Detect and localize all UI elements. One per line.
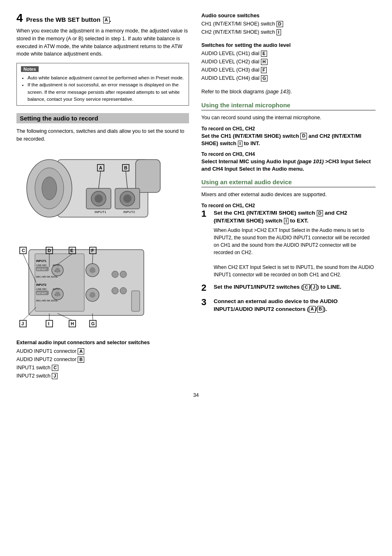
- page-number: 34: [16, 392, 376, 398]
- svg-text:J: J: [21, 321, 24, 326]
- bottom-diagram-svg: INPUT1 LINE MIC INT EXT CH1 AUTO MIC+48V…: [16, 241, 173, 332]
- left-column: 4 Press the WB SET button A. When you ex…: [16, 12, 189, 380]
- svg-point-41: [90, 267, 95, 273]
- audio-level-section: Switches for setting the audio level AUD…: [201, 42, 376, 82]
- step4-heading: 4 Press the WB SET button A.: [16, 12, 189, 24]
- audio-level-title: Switches for setting the audio level: [201, 42, 376, 48]
- svg-text:INPUT1: INPUT1: [95, 210, 106, 214]
- svg-text:C: C: [22, 248, 25, 253]
- svg-text:MIC+48V MI SHOE: MIC+48V MI SHOE: [36, 276, 58, 278]
- svg-text:A: A: [99, 165, 102, 170]
- caption-item: INPUT2 switch J: [16, 372, 189, 380]
- caption-item: AUDIO INPUT2 connector B: [16, 355, 189, 364]
- audio-source-body: CH1 (INT/EXT/MI SHOE) switch D CH2 (INT/…: [201, 20, 376, 36]
- svg-text:F: F: [91, 248, 94, 253]
- step-1-content: Set the CH1 (INT/EXT/MI SHOE) switch D a…: [214, 209, 376, 278]
- svg-text:I: I: [48, 321, 49, 326]
- note-item: Auto white balance adjustment cannot be …: [28, 74, 184, 81]
- svg-text:INPUT2: INPUT2: [123, 210, 135, 214]
- svg-rect-4: [136, 160, 160, 192]
- step-title: Press the WB SET button A.: [26, 16, 111, 23]
- svg-point-27: [55, 268, 60, 273]
- svg-text:G: G: [91, 321, 95, 326]
- svg-text:E: E: [70, 248, 73, 253]
- svg-point-47: [112, 287, 118, 294]
- top-diagram-svg: INPUT1 INPUT2 A B: [16, 147, 173, 234]
- notes-box: Notes Auto white balance adjustment cann…: [16, 63, 189, 106]
- top-diagram: INPUT1 INPUT2 A B: [16, 147, 189, 235]
- step-3-content: Connect an external audio device to the …: [214, 298, 376, 315]
- box-a: A: [78, 348, 84, 354]
- svg-text:INPUT1: INPUT1: [36, 259, 46, 262]
- box-j: J: [52, 373, 58, 379]
- notes-list: Auto white balance adjustment cannot be …: [21, 74, 184, 103]
- svg-text:D: D: [48, 248, 51, 253]
- svg-point-9: [95, 195, 103, 203]
- ch3-ch4-instruction: Select Internal MIC using Audio Input (p…: [201, 158, 376, 173]
- num-step-2: 2 Set the INPUT1/INPUT2 switches (C/J) t…: [201, 283, 376, 293]
- external-audio-heading: Using an external audio device: [201, 178, 376, 188]
- audio-source-item: CH1 (INT/EXT/MI SHOE) switch D: [201, 20, 376, 28]
- svg-rect-49: [131, 291, 140, 311]
- bottom-diagram: INPUT1 LINE MIC INT EXT CH1 AUTO MIC+48V…: [16, 241, 189, 333]
- section-audio-heading: Setting the audio to record: [16, 113, 189, 123]
- svg-text:INT EXT: INT EXT: [37, 292, 46, 294]
- svg-point-44: [90, 292, 95, 298]
- svg-point-3: [42, 177, 57, 200]
- box-b: B: [78, 357, 84, 363]
- num-step-3: 3 Connect an external audio device to th…: [201, 298, 376, 315]
- caption-item: AUDIO INPUT1 connector A: [16, 347, 189, 355]
- ch1-ch2-label: To record on CH1, CH2: [201, 126, 376, 132]
- svg-text:LINE MIC: LINE MIC: [36, 288, 47, 290]
- svg-text:LINE MIC: LINE MIC: [36, 264, 47, 266]
- note-item: If the adjustment is not successful, an …: [28, 81, 184, 103]
- svg-text:INT EXT: INT EXT: [37, 268, 46, 271]
- ch3-ch4-internal: To record on CH3, CH4 Select Internal MI…: [201, 151, 376, 173]
- ext-ch1-ch2-label: To record on CH1, CH2: [201, 203, 376, 208]
- external-audio-intro: Mixers and other external audio devices …: [201, 191, 376, 199]
- step-2-title: Set the INPUT1/INPUT2 switches (C/J) to …: [214, 283, 376, 291]
- step-2-number: 2: [201, 283, 210, 292]
- step-1-body: When Audio Input >CH2 EXT Input Select i…: [214, 227, 376, 278]
- internal-mic-heading: Using the internal microphone: [201, 102, 376, 111]
- audio-level-item: AUDIO LEVEL (CH3) dial F: [201, 66, 376, 74]
- step-1-number: 1: [201, 209, 210, 218]
- block-ref: Refer to the block diagrams (page 143).: [201, 88, 376, 96]
- svg-text:B: B: [124, 165, 127, 170]
- section-audio-intro: The following connectors, switches and d…: [16, 127, 189, 143]
- audio-level-item: AUDIO LEVEL (CH1) dial E: [201, 49, 376, 58]
- step-1-title: Set the CH1 (INT/EXT/MI SHOE) switch D a…: [214, 209, 376, 225]
- svg-text:AUTO: AUTO: [53, 288, 60, 290]
- audio-level-body: AUDIO LEVEL (CH1) dial E AUDIO LEVEL (CH…: [201, 49, 376, 82]
- svg-text:AUTO: AUTO: [53, 264, 60, 266]
- internal-mic-intro: You can record sound using the internal …: [201, 114, 376, 122]
- audio-source-item: CH2 (INT/EXT/MI SHOE) switch I: [201, 28, 376, 36]
- svg-text:INPUT2: INPUT2: [36, 283, 46, 286]
- step-2-content: Set the INPUT1/INPUT2 switches (C/J) to …: [214, 283, 376, 293]
- svg-point-46: [120, 271, 127, 278]
- caption-item: INPUT1 switch C: [16, 364, 189, 372]
- step-box-a: A: [103, 17, 110, 23]
- box-c: C: [52, 365, 58, 371]
- svg-rect-20: [35, 254, 84, 311]
- step-3-number: 3: [201, 298, 210, 307]
- audio-source-section: Audio source switches CH1 (INT/EXT/MI SH…: [201, 12, 376, 36]
- svg-text:H: H: [71, 321, 74, 326]
- svg-point-48: [120, 287, 127, 294]
- ch1-ch2-instruction: Set the CH1 (INT/EXT/MI SHOE) switch D a…: [201, 132, 376, 147]
- step4-body: When you execute the adjustment in a mem…: [16, 27, 189, 58]
- ch3-ch4-label: To record on CH3, CH4: [201, 151, 376, 157]
- svg-point-10: [123, 195, 131, 203]
- num-step-1: 1 Set the CH1 (INT/EXT/MI SHOE) switch D…: [201, 209, 376, 278]
- audio-level-item: AUDIO LEVEL (CH2) dial H: [201, 58, 376, 66]
- svg-point-45: [112, 271, 118, 278]
- audio-source-title: Audio source switches: [201, 12, 376, 19]
- notes-label: Notes: [21, 66, 39, 72]
- svg-text:MIC+48V MI SHOE: MIC+48V MI SHOE: [36, 299, 58, 302]
- ch1-ch2-internal: To record on CH1, CH2 Set the CH1 (INT/E…: [201, 126, 376, 147]
- step-number: 4: [16, 12, 23, 24]
- caption-list: AUDIO INPUT1 connector A AUDIO INPUT2 co…: [16, 347, 189, 380]
- step-3-title: Connect an external audio device to the …: [214, 298, 376, 313]
- right-column: Audio source switches CH1 (INT/EXT/MI SH…: [201, 12, 376, 380]
- audio-level-item: AUDIO LEVEL (CH4) dial G: [201, 74, 376, 82]
